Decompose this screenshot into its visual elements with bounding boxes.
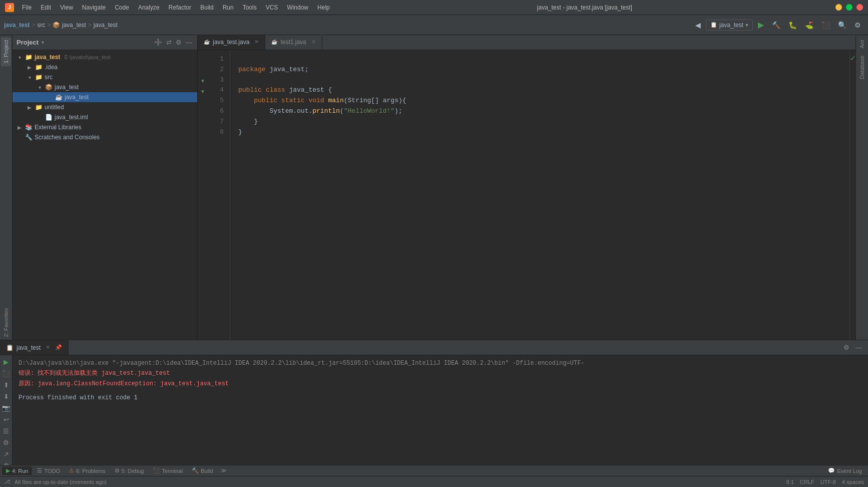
stop-button[interactable]: ⬛ (2, 370, 10, 377)
run-again-button[interactable]: ▶ (4, 358, 9, 366)
more-tabs-icon[interactable]: ≫ (218, 466, 230, 475)
tree-item-external-libs[interactable]: ▶ 📚 External Libraries (13, 122, 197, 132)
library-icon: 📚 (25, 123, 33, 131)
menu-analyze[interactable]: Analyze (134, 3, 164, 12)
menu-vcs[interactable]: VCS (262, 3, 282, 12)
tree-item-src[interactable]: ▾ 📁 src (13, 72, 197, 82)
editor-tab-java-test[interactable]: ☕ java_test.java ✕ (198, 35, 265, 50)
run-finish-message: Process finished with exit code 1 (19, 393, 862, 403)
settings-icon[interactable]: ⚙ (841, 343, 851, 352)
share-button[interactable]: ↗ (4, 450, 9, 458)
sync-icon[interactable]: ⇄ (165, 38, 173, 47)
bar-tab-debug[interactable]: ⚙ 5: Debug (111, 466, 148, 475)
cursor-position[interactable]: 8:1 (786, 479, 794, 485)
add-icon[interactable]: ➕ (153, 38, 163, 47)
search-everywhere-button[interactable]: 🔍 (835, 19, 849, 31)
wrap-button[interactable]: ↩ (4, 416, 9, 423)
menu-refactor[interactable]: Refactor (165, 3, 195, 12)
line-num-5: 5 (208, 96, 228, 106)
tree-root[interactable]: ▾ 📁 java_test E:\javatxt\java_test (13, 52, 197, 62)
breadcrumb-pkg[interactable]: 📦 java_test (53, 22, 86, 29)
menu-view[interactable]: View (56, 3, 77, 12)
vtab-favorites[interactable]: 2: Favorites (1, 305, 11, 340)
menu-window[interactable]: Window (283, 3, 312, 12)
left-vtabs: 1: Project 2: Favorites (0, 35, 13, 340)
scroll-up-button[interactable]: ⬆ (4, 381, 9, 389)
fold-icon-class[interactable]: ▼ (200, 76, 205, 87)
menu-tools[interactable]: Tools (239, 3, 261, 12)
menu-help[interactable]: Help (313, 3, 334, 12)
tree-arrow-icon: ▾ (17, 55, 23, 60)
menu-edit[interactable]: Edit (37, 3, 55, 12)
bar-tab-label: TODO (44, 468, 60, 474)
bottom-panel-actions: ⚙ — (841, 340, 868, 355)
tab-label: test1.java (280, 39, 306, 46)
run-tab-label: java_test (17, 344, 41, 351)
indent-setting[interactable]: 4 spaces (842, 479, 864, 485)
tree-item-scratches[interactable]: 🔧 Scratches and Consoles (13, 132, 197, 142)
status-left: ⎇ All files are up-to-date (moments ago) (4, 478, 107, 485)
line-separator[interactable]: CRLF (800, 479, 814, 485)
menu-file[interactable]: File (18, 3, 36, 12)
editor-tab-test1[interactable]: ☕ test1.java ✕ (265, 35, 322, 50)
stop-button[interactable]: ⬛ (818, 19, 833, 31)
tree-item-label: java_test.iml (55, 114, 88, 121)
code-editor[interactable]: package java_test; public class java_tes… (230, 50, 849, 340)
tree-arrow-icon: ▶ (27, 105, 33, 110)
fold-icon-method[interactable]: ▼ (200, 86, 205, 97)
menu-build[interactable]: Build (196, 3, 218, 12)
menu-run[interactable]: Run (219, 3, 238, 12)
minimize-panel-icon[interactable]: — (853, 343, 864, 352)
folder-icon: 📁 (25, 53, 33, 61)
tree-item-package[interactable]: ▾ 📦 java_test (13, 82, 197, 92)
content-area: 1: Project 2: Favorites Project ▾ ➕ ⇄ ⚙ … (0, 35, 868, 340)
tab-close-icon[interactable]: ✕ (254, 39, 259, 45)
tree-item-label: .idea (45, 64, 58, 71)
coverage-button[interactable]: ⛳ (802, 19, 816, 31)
vtab-project[interactable]: 1: Project (1, 37, 11, 66)
tree-arrow-icon: ▾ (27, 75, 33, 80)
tab-close-icon[interactable]: ✕ (311, 39, 316, 45)
settings2-button[interactable]: ⚙ (3, 439, 9, 446)
scroll-down-button[interactable]: ⬇ (4, 393, 9, 400)
minimize-button[interactable] (835, 4, 842, 11)
debug-button[interactable]: 🐛 (785, 19, 800, 31)
settings-button[interactable]: ⚙ (851, 19, 864, 31)
run-icon: ▶ (6, 467, 10, 474)
minimize-panel-button[interactable]: — (185, 38, 193, 47)
run-tab-close-icon[interactable]: ✕ (46, 344, 50, 351)
bar-tab-label: 5: Debug (122, 468, 144, 474)
bar-tab-terminal[interactable]: ⬛ Terminal (149, 466, 187, 475)
panel-chevron-icon[interactable]: ▾ (42, 40, 44, 45)
tree-item-iml[interactable]: 📄 java_test.iml (13, 112, 197, 122)
bar-tab-run[interactable]: ▶ 4: Run (2, 466, 32, 475)
bar-tab-todo[interactable]: ☰ TODO (33, 466, 64, 475)
event-log-button[interactable]: 💬 Event Log (828, 467, 866, 474)
close-button[interactable] (856, 4, 863, 11)
menu-code[interactable]: Code (111, 3, 133, 12)
vtab-database[interactable]: Database (857, 53, 867, 82)
spacer (19, 389, 862, 393)
encoding[interactable]: UTF-8 (820, 479, 836, 485)
breadcrumb-project[interactable]: java_test (4, 22, 30, 29)
menu-navigate[interactable]: Navigate (78, 3, 110, 12)
run-config-selector[interactable]: 📋 java_test ▾ (706, 20, 753, 31)
breadcrumb-file[interactable]: java_test (94, 22, 118, 29)
tree-item-idea[interactable]: ▶ 📁 .idea (13, 62, 197, 72)
maximize-button[interactable] (846, 4, 852, 11)
back-button[interactable]: ◀ (692, 19, 704, 31)
run-tab[interactable]: 📋 java_test ✕ 📌 (0, 340, 69, 355)
tree-item-untitled[interactable]: ▶ 📁 untitled (13, 102, 197, 112)
vtab-ant[interactable]: Ant (857, 37, 867, 52)
gear-icon[interactable]: ⚙ (175, 38, 183, 47)
bar-tab-problems[interactable]: ⚠ 6: Problems (65, 466, 110, 475)
filter-button[interactable]: ☰ (3, 427, 9, 435)
tree-item-java-test[interactable]: ☕ java_test (13, 92, 197, 102)
bar-tab-build[interactable]: 🔨 Build (188, 466, 217, 475)
breadcrumb-src[interactable]: src (37, 22, 45, 29)
run-console-output: D:\Java\java\bin\java.exe "-javaagent:D:… (13, 355, 868, 465)
editor-content: ▼ ▼ 1 2 3 4 5 6 7 8 package java_test; p… (198, 50, 855, 340)
build-button[interactable]: 🔨 (769, 19, 783, 31)
run-button[interactable]: ▶ (755, 18, 767, 32)
screenshot-button[interactable]: 📷 (2, 404, 10, 412)
